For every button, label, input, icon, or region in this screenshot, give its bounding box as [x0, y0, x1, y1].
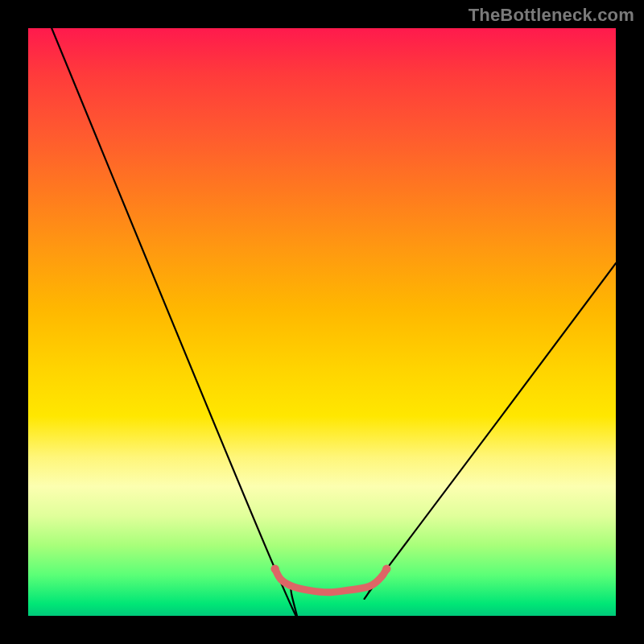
- optimal-zone-dots: [270, 564, 390, 572]
- optimal-zone-endpoint: [270, 564, 279, 572]
- plot-area: [28, 28, 616, 616]
- optimal-zone-endpoint: [382, 564, 390, 572]
- chart-svg: [28, 28, 616, 616]
- chart-frame: TheBottleneck.com: [0, 0, 644, 644]
- watermark-text: TheBottleneck.com: [469, 5, 634, 26]
- optimal-zone-path: [275, 569, 387, 592]
- bottleneck-curve-path: [52, 28, 616, 616]
